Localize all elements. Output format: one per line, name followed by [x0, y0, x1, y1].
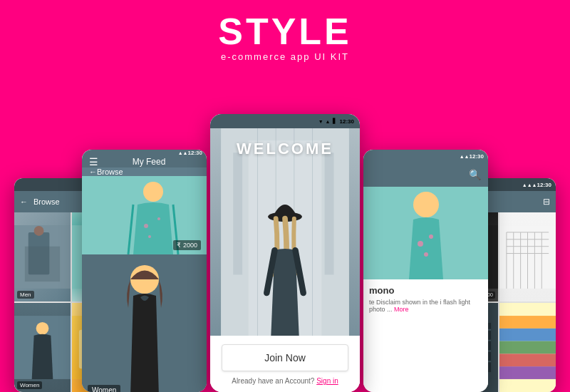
myfeed-status-bar: ▲▲ 12:30 — [82, 150, 207, 156]
browse-title: Browse — [33, 197, 60, 206]
browse-cell-women[interactable]: Women — [14, 303, 71, 392]
myfeed-signal-icon: ▲▲ — [178, 150, 188, 155]
right1-content: mono te Disclaim shown in the i flash li… — [363, 187, 488, 392]
myfeed-price-badge: ₹ 2000 — [173, 240, 201, 250]
welcome-hero: WELCOME — [210, 128, 360, 336]
welcome-title-text: WELCOME — [210, 140, 360, 158]
welcome-bottom: Join Now Already have an Account? Sign i… — [210, 336, 360, 392]
right1-time: 12:30 — [470, 153, 484, 160]
svg-rect-59 — [499, 341, 556, 354]
right1-app-bar: 🔍 — [363, 163, 488, 187]
sign-in-link[interactable]: Sign in — [316, 377, 338, 385]
back-icon[interactable]: ← — [89, 167, 97, 176]
welcome-screen: ▼ ▲ ▋ 12:30 — [210, 114, 360, 392]
back-arrow-icon[interactable]: ← — [20, 197, 28, 206]
phone-center: ▼ ▲ ▋ 12:30 — [210, 114, 360, 392]
svg-point-30 — [429, 234, 433, 239]
myfeed-sub-bar[interactable]: ← Browse — [82, 167, 207, 176]
svg-point-2 — [34, 226, 44, 236]
svg-point-11 — [143, 182, 163, 202]
header: STYLE e-commerce app UI KIT — [0, 0, 570, 69]
myfeed-screen: ▲▲ 12:30 ☰ My Feed ← Browse — [82, 150, 207, 392]
right1-signal: ▲▲ — [460, 154, 470, 159]
phones-container: ▲▲▲ 12:30 ← Browse Men — [0, 100, 570, 392]
more-link[interactable]: More — [394, 306, 409, 313]
phone-left1: ▲▲ 12:30 ☰ My Feed ← Browse — [82, 150, 207, 392]
svg-point-12 — [144, 224, 148, 228]
app-subtitle: e-commerce app UI KIT — [0, 51, 570, 62]
app-title: STYLE — [0, 13, 570, 50]
right1-top-image — [363, 187, 488, 279]
browse-cell-men-img[interactable]: Men — [14, 212, 71, 301]
svg-rect-60 — [499, 354, 556, 366]
phone-right1: ▲▲ 12:30 🔍 mono — [363, 150, 488, 392]
svg-point-29 — [418, 241, 423, 247]
battery-icon: ▋ — [333, 118, 336, 124]
svg-rect-57 — [499, 316, 556, 329]
myfeed-content: ₹ 2000 Women — [82, 176, 207, 392]
myfeed-app-bar: ☰ My Feed — [82, 156, 207, 167]
myfeed-time: 12:30 — [188, 150, 202, 156]
hamburger-icon[interactable]: ☰ — [89, 156, 98, 167]
browse-sub-label: Browse — [97, 167, 123, 176]
right1-text-area: mono te Disclaim shown in the i flash li… — [363, 279, 488, 319]
join-now-button[interactable]: Join Now — [222, 344, 348, 371]
svg-point-31 — [424, 252, 428, 257]
svg-rect-19 — [233, 153, 242, 274]
svg-rect-58 — [499, 329, 556, 341]
right2-signal: ▲▲▲ — [522, 182, 537, 187]
myfeed-title: My Feed — [98, 157, 200, 167]
myfeed-women-label: Women — [88, 385, 120, 392]
myfeed-top-image: ₹ 2000 — [82, 176, 207, 254]
svg-rect-61 — [499, 366, 556, 379]
product-description: te Disclaim shown in the i flash light p… — [369, 299, 482, 313]
filter-icon[interactable]: ⊟ — [543, 197, 550, 207]
right2-cell-pattern[interactable] — [499, 303, 556, 392]
svg-rect-21 — [325, 153, 334, 274]
search-icon[interactable]: 🔍 — [469, 169, 481, 180]
center-time: 12:30 — [340, 118, 354, 125]
right2-cell-fabric[interactable] — [499, 212, 556, 301]
right1-status-bar: ▲▲ 12:30 — [363, 150, 488, 163]
men-label: Men — [17, 291, 34, 299]
svg-point-7 — [36, 322, 49, 335]
right1-screen: ▲▲ 12:30 🔍 mono — [363, 150, 488, 392]
women-label: Women — [17, 381, 42, 389]
brand-name: mono — [369, 285, 482, 296]
svg-point-13 — [157, 217, 160, 220]
welcome-status-bar: ▼ ▲ ▋ 12:30 — [210, 114, 360, 128]
signal-icon: ▲ — [326, 119, 331, 124]
account-text: Already have an Account? Sign in — [222, 377, 348, 385]
right2-time: 12:30 — [537, 182, 551, 188]
svg-point-14 — [148, 235, 151, 238]
svg-rect-3 — [25, 247, 60, 282]
myfeed-bottom-image: Women — [82, 254, 207, 392]
svg-point-28 — [413, 192, 439, 217]
wifi-icon: ▼ — [318, 119, 323, 124]
